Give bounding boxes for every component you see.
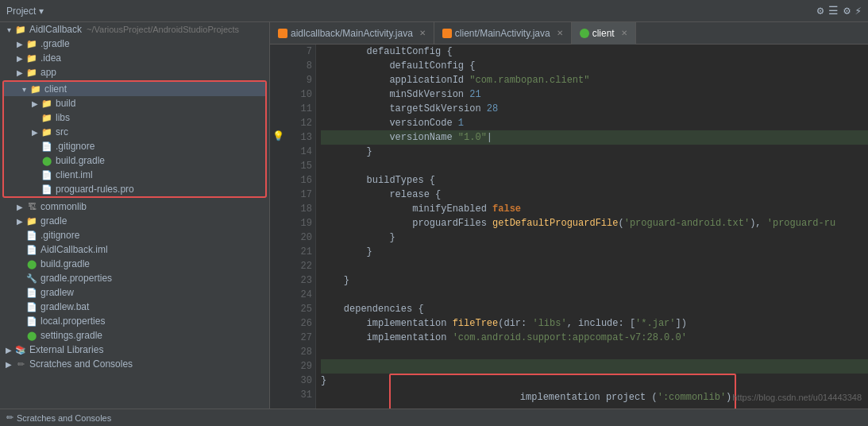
tab-label: client/MainActivity.java: [455, 28, 550, 39]
sidebar-item-label: build.gradle: [56, 155, 105, 166]
file-icon: 📄: [41, 183, 53, 196]
sidebar-item-gradlew[interactable]: 📄 gradlew: [0, 285, 269, 300]
code-line: applicationId "com.rambopan.client": [321, 73, 868, 87]
code-line: }: [321, 245, 868, 259]
code-area: defaultConfig { defaultConfig { applicat…: [316, 45, 868, 409]
sidebar-item-gradlew-bat[interactable]: 📄 gradlew.bat: [0, 300, 269, 314]
watermark: https://blog.csdn.net/u014443348: [732, 393, 862, 402]
sidebar-item-commonlib[interactable]: ▶ 🏗 commonlib: [0, 199, 269, 214]
expand-arrow-icon: ▶: [14, 203, 25, 211]
sidebar-item-proguard[interactable]: 📄 proguard-rules.pro: [4, 182, 265, 196]
sidebar-item-idea[interactable]: ▶ 📁 .idea: [0, 51, 269, 65]
folder-icon: 📁: [25, 215, 38, 227]
tab-label: aidlcallback/MainActivity.java: [291, 28, 413, 39]
project-label: Project: [6, 6, 36, 17]
sidebar-item-settings-gradle[interactable]: ⬤ settings.gradle: [0, 328, 269, 343]
bulb-icon[interactable]: 💡: [272, 130, 284, 142]
sidebar-item-label: libs: [56, 112, 70, 123]
sidebar-item-build-gradle-root[interactable]: ⬤ build.gradle: [0, 257, 269, 271]
java-file-icon: [278, 29, 287, 38]
code-line: [321, 345, 868, 359]
project-dropdown[interactable]: Project ▾: [6, 6, 44, 17]
tab-close-icon[interactable]: ✕: [621, 29, 627, 37]
sidebar-item-gitignore-client[interactable]: 📄 .gitignore: [4, 139, 265, 153]
code-line: release {: [321, 188, 868, 202]
folder-icon: 📁: [29, 83, 42, 95]
code-line: buildTypes {: [321, 173, 868, 188]
gutter: 💡: [270, 45, 286, 409]
sidebar-item-gradle-root[interactable]: ▶ 📁 gradle: [0, 214, 269, 228]
folder-icon: 🏗: [25, 200, 38, 213]
settings-icon[interactable]: ⚙: [817, 4, 824, 17]
sidebar-item-label: External Libraries: [29, 344, 103, 355]
gradle-icon: ⬤: [25, 329, 38, 342]
tab-client[interactable]: client ✕: [572, 22, 636, 45]
sidebar-item-aidlcallback-iml[interactable]: 📄 AidlCallback.iml: [0, 242, 269, 257]
sidebar-item-scratches[interactable]: ▶ ✏ Scratches and Consoles: [0, 357, 269, 371]
sidebar-item-gradle[interactable]: ▶ 📁 .gradle: [0, 37, 269, 51]
scratches-and-consoles[interactable]: ✏ Scratches and Consoles: [6, 412, 111, 423]
sidebar-item-label: proguard-rules.pro: [56, 184, 134, 195]
sidebar-item-libs[interactable]: ▶ 📁 libs: [4, 110, 265, 125]
scratches-label-text: Scratches and Consoles: [17, 413, 111, 423]
editor: 💡 7 8 9 10 11 12 13 14 15: [270, 45, 868, 409]
file-icon: 📄: [41, 168, 53, 181]
expand-arrow-icon: ▶: [29, 128, 41, 137]
tab-close-icon[interactable]: ✕: [557, 29, 563, 37]
folder-icon: 📁: [41, 126, 53, 138]
tab-aidlcallback-main[interactable]: aidlcallback/MainActivity.java ✕: [270, 22, 434, 45]
sidebar-item-label: settings.gradle: [41, 330, 102, 341]
tab-client-main[interactable]: client/MainActivity.java ✕: [434, 22, 572, 45]
sidebar-item-gitignore-root[interactable]: 📄 .gitignore: [0, 228, 269, 242]
file-icon: 📄: [25, 229, 38, 242]
tabs-bar: aidlcallback/MainActivity.java ✕ client/…: [270, 22, 868, 45]
sidebar-item-label: gradle: [41, 215, 67, 227]
sidebar-item-label: client: [44, 83, 67, 95]
expand-arrow-icon: ▶: [29, 99, 41, 108]
code-line: versionCode 1: [321, 116, 868, 130]
sidebar-path: ~/VariousProject/AndroidStudioProjects: [87, 25, 239, 34]
sidebar-item-label: .idea: [41, 52, 61, 64]
sidebar-item-client[interactable]: ▾ 📁 client: [4, 82, 265, 96]
folder-icon: 📁: [25, 37, 38, 50]
sidebar: ▾ 📁 AidlCallback ~/VariousProject/Androi…: [0, 22, 270, 409]
sync-icon[interactable]: ⚡: [855, 4, 862, 17]
file-icon: 📄: [25, 286, 38, 299]
sidebar-item-label: gradlew: [41, 287, 74, 298]
sidebar-item-src[interactable]: ▶ 📁 src: [4, 125, 265, 139]
sidebar-item-local-properties[interactable]: 📄 local.properties: [0, 314, 269, 328]
sidebar-item-build-gradle-client[interactable]: ⬤ build.gradle: [4, 153, 265, 168]
sidebar-item-client-iml[interactable]: 📄 client.iml: [4, 168, 265, 182]
code-line: }: [321, 273, 868, 288]
menu-icon[interactable]: ☰: [828, 4, 839, 17]
expand-arrow-icon: ▶: [14, 54, 25, 63]
sidebar-item-label: .gitignore: [56, 141, 95, 152]
run-icon[interactable]: ⚙: [843, 4, 850, 17]
code-line: defaultConfig {: [321, 59, 868, 73]
folder-icon: 📁: [41, 97, 53, 110]
expand-arrow-icon: ▶: [14, 40, 25, 48]
code-line: minifyEnabled false: [321, 202, 868, 216]
code-line: targetSdkVersion 28: [321, 102, 868, 116]
sidebar-item-label: gradlew.bat: [41, 301, 89, 312]
code-line: minSdkVersion 21: [321, 87, 868, 102]
folder-icon: 📁: [25, 52, 38, 64]
code-line: [321, 288, 868, 302]
code-line: implementation 'com.android.support:appc…: [321, 331, 868, 345]
folder-icon: 📁: [41, 111, 53, 124]
sidebar-item-build[interactable]: ▶ 📁 build: [4, 96, 265, 110]
gradle-icon: ⬤: [41, 154, 53, 167]
code-line: defaultConfig {: [321, 45, 868, 59]
sidebar-item-label: build.gradle: [41, 258, 90, 269]
code-line-highlighted: versionName "1.0"|: [321, 130, 868, 145]
sidebar-item-gradle-properties[interactable]: 🔧 gradle.properties: [0, 271, 269, 285]
sidebar-item-label: AidlCallback.iml: [41, 244, 108, 255]
sidebar-item-app[interactable]: ▶ 📁 app: [0, 65, 269, 79]
tab-close-icon[interactable]: ✕: [419, 29, 426, 37]
sidebar-item-label: build: [56, 98, 75, 109]
folder-icon: 📁: [14, 23, 27, 36]
expand-arrow-icon: ▶: [3, 360, 14, 369]
tab-label: client: [592, 28, 615, 39]
sidebar-item-aidlcallback[interactable]: ▾ 📁 AidlCallback ~/VariousProject/Androi…: [0, 22, 269, 37]
sidebar-item-external-libraries[interactable]: ▶ 📚 External Libraries: [0, 343, 269, 357]
